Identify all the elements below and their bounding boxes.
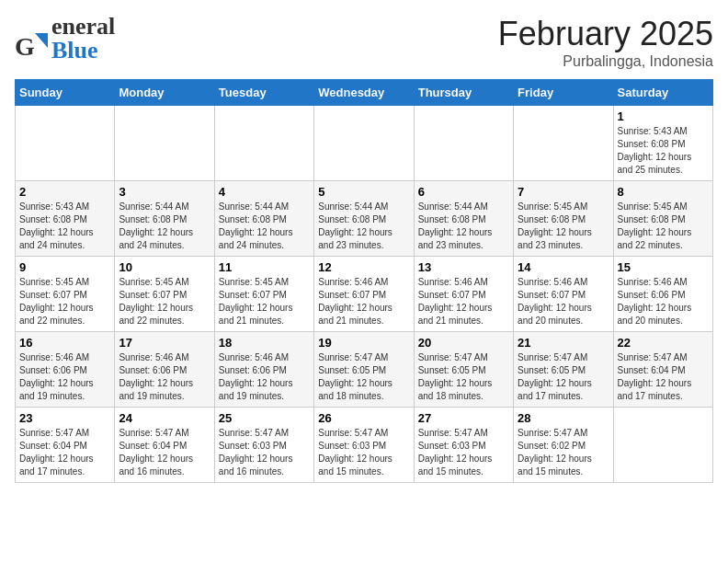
day-info: Sunrise: 5:46 AM Sunset: 6:06 PM Dayligh… [119,351,210,403]
calendar-cell: 24Sunrise: 5:47 AM Sunset: 6:04 PM Dayli… [115,408,214,483]
day-number: 9 [19,260,110,274]
day-number: 3 [119,185,210,199]
day-info: Sunrise: 5:47 AM Sunset: 6:04 PM Dayligh… [119,427,210,478]
day-number: 13 [418,260,509,274]
calendar-cell: 9Sunrise: 5:45 AM Sunset: 6:07 PM Daylig… [16,257,115,332]
calendar-cell: 17Sunrise: 5:46 AM Sunset: 6:06 PM Dayli… [115,332,214,408]
day-info: Sunrise: 5:43 AM Sunset: 6:08 PM Dayligh… [19,201,110,252]
day-number: 6 [418,185,509,199]
calendar-cell [514,106,613,181]
calendar-cell [414,106,513,181]
page-header: G eneral Blue February 2025 Purbalingga,… [15,15,713,70]
day-info: Sunrise: 5:47 AM Sunset: 6:02 PM Dayligh… [518,427,609,478]
calendar-cell: 5Sunrise: 5:44 AM Sunset: 6:08 PM Daylig… [314,181,414,257]
day-number: 22 [618,336,709,350]
day-number: 19 [318,336,409,350]
calendar-cell: 26Sunrise: 5:47 AM Sunset: 6:03 PM Dayli… [314,408,414,483]
day-info: Sunrise: 5:45 AM Sunset: 6:07 PM Dayligh… [119,276,210,327]
calendar-cell: 12Sunrise: 5:46 AM Sunset: 6:07 PM Dayli… [314,257,414,332]
calendar-cell: 18Sunrise: 5:46 AM Sunset: 6:06 PM Dayli… [214,332,313,408]
calendar-week-2: 2Sunrise: 5:43 AM Sunset: 6:08 PM Daylig… [16,181,713,257]
day-number: 21 [518,336,609,350]
day-info: Sunrise: 5:44 AM Sunset: 6:08 PM Dayligh… [119,201,210,252]
day-info: Sunrise: 5:47 AM Sunset: 6:03 PM Dayligh… [219,427,310,478]
day-number: 8 [618,185,709,199]
logo-line1: eneral [51,15,115,39]
weekday-header-wednesday: Wednesday [314,80,414,106]
calendar-cell: 15Sunrise: 5:46 AM Sunset: 6:06 PM Dayli… [613,257,712,332]
calendar-cell [314,106,414,181]
calendar-cell: 19Sunrise: 5:47 AM Sunset: 6:05 PM Dayli… [314,332,414,408]
day-info: Sunrise: 5:46 AM Sunset: 6:07 PM Dayligh… [318,276,409,327]
calendar-cell: 11Sunrise: 5:45 AM Sunset: 6:07 PM Dayli… [214,257,313,332]
day-number: 28 [518,411,609,425]
day-number: 27 [418,411,509,425]
calendar-week-5: 23Sunrise: 5:47 AM Sunset: 6:04 PM Dayli… [16,408,713,483]
day-number: 11 [219,260,310,274]
calendar-cell: 8Sunrise: 5:45 AM Sunset: 6:08 PM Daylig… [613,181,712,257]
logo: G eneral Blue [15,15,115,63]
day-info: Sunrise: 5:45 AM Sunset: 6:07 PM Dayligh… [19,276,110,327]
weekday-header-saturday: Saturday [613,80,712,106]
day-info: Sunrise: 5:46 AM Sunset: 6:06 PM Dayligh… [618,276,709,327]
day-number: 12 [318,260,409,274]
calendar-cell: 2Sunrise: 5:43 AM Sunset: 6:08 PM Daylig… [16,181,115,257]
weekday-header-sunday: Sunday [16,80,115,106]
calendar-cell: 16Sunrise: 5:46 AM Sunset: 6:06 PM Dayli… [16,332,115,408]
title-block: February 2025 Purbalingga, Indonesia [498,15,713,70]
calendar-cell: 13Sunrise: 5:46 AM Sunset: 6:07 PM Dayli… [414,257,513,332]
day-info: Sunrise: 5:44 AM Sunset: 6:08 PM Dayligh… [318,201,409,252]
day-info: Sunrise: 5:46 AM Sunset: 6:06 PM Dayligh… [219,351,310,403]
day-info: Sunrise: 5:45 AM Sunset: 6:07 PM Dayligh… [219,276,310,327]
calendar-cell: 23Sunrise: 5:47 AM Sunset: 6:04 PM Dayli… [16,408,115,483]
weekday-header-thursday: Thursday [414,80,513,106]
logo-icon: G [15,29,48,63]
logo-line2: Blue [51,39,115,63]
calendar-week-4: 16Sunrise: 5:46 AM Sunset: 6:06 PM Dayli… [16,332,713,408]
day-info: Sunrise: 5:45 AM Sunset: 6:08 PM Dayligh… [618,201,709,252]
day-number: 4 [219,185,310,199]
calendar-week-1: 1Sunrise: 5:43 AM Sunset: 6:08 PM Daylig… [16,106,713,181]
day-info: Sunrise: 5:43 AM Sunset: 6:08 PM Dayligh… [618,125,709,177]
calendar-cell [214,106,313,181]
calendar-cell: 22Sunrise: 5:47 AM Sunset: 6:04 PM Dayli… [613,332,712,408]
calendar-body: 1Sunrise: 5:43 AM Sunset: 6:08 PM Daylig… [16,106,713,483]
day-number: 26 [318,411,409,425]
location-subtitle: Purbalingga, Indonesia [498,53,713,70]
calendar-cell: 4Sunrise: 5:44 AM Sunset: 6:08 PM Daylig… [214,181,313,257]
day-info: Sunrise: 5:47 AM Sunset: 6:05 PM Dayligh… [518,351,609,403]
weekday-header-tuesday: Tuesday [214,80,313,106]
day-info: Sunrise: 5:47 AM Sunset: 6:03 PM Dayligh… [318,427,409,478]
svg-marker-1 [35,33,48,48]
calendar-cell: 14Sunrise: 5:46 AM Sunset: 6:07 PM Dayli… [514,257,613,332]
calendar-cell: 7Sunrise: 5:45 AM Sunset: 6:08 PM Daylig… [514,181,613,257]
day-info: Sunrise: 5:46 AM Sunset: 6:06 PM Dayligh… [19,351,110,403]
day-info: Sunrise: 5:44 AM Sunset: 6:08 PM Dayligh… [418,201,509,252]
day-info: Sunrise: 5:47 AM Sunset: 6:05 PM Dayligh… [418,351,509,403]
day-number: 17 [119,336,210,350]
calendar-cell: 27Sunrise: 5:47 AM Sunset: 6:03 PM Dayli… [414,408,513,483]
calendar-cell: 10Sunrise: 5:45 AM Sunset: 6:07 PM Dayli… [115,257,214,332]
day-info: Sunrise: 5:45 AM Sunset: 6:08 PM Dayligh… [518,201,609,252]
day-number: 7 [518,185,609,199]
day-info: Sunrise: 5:46 AM Sunset: 6:07 PM Dayligh… [518,276,609,327]
calendar-cell [613,408,712,483]
day-number: 18 [219,336,310,350]
day-info: Sunrise: 5:46 AM Sunset: 6:07 PM Dayligh… [418,276,509,327]
day-number: 10 [119,260,210,274]
calendar-week-3: 9Sunrise: 5:45 AM Sunset: 6:07 PM Daylig… [16,257,713,332]
calendar-cell: 21Sunrise: 5:47 AM Sunset: 6:05 PM Dayli… [514,332,613,408]
day-number: 1 [618,109,709,123]
calendar-cell: 25Sunrise: 5:47 AM Sunset: 6:03 PM Dayli… [214,408,313,483]
day-number: 2 [19,185,110,199]
weekday-header-monday: Monday [115,80,214,106]
calendar-cell [115,106,214,181]
day-info: Sunrise: 5:47 AM Sunset: 6:04 PM Dayligh… [19,427,110,478]
day-info: Sunrise: 5:47 AM Sunset: 6:05 PM Dayligh… [318,351,409,403]
calendar-cell: 3Sunrise: 5:44 AM Sunset: 6:08 PM Daylig… [115,181,214,257]
day-number: 20 [418,336,509,350]
svg-text:G: G [15,32,35,61]
day-number: 5 [318,185,409,199]
day-number: 23 [19,411,110,425]
calendar-cell: 6Sunrise: 5:44 AM Sunset: 6:08 PM Daylig… [414,181,513,257]
